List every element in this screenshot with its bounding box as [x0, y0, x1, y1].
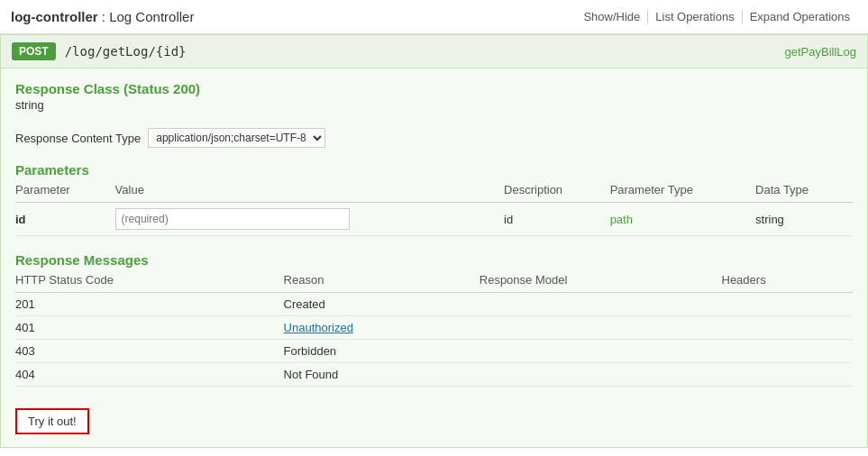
- content-type-select[interactable]: application/json;charset=UTF-8: [148, 128, 325, 148]
- page-wrapper: log-controller : Log Controller Show/Hid…: [0, 0, 868, 456]
- response-messages-title: Response Messages: [15, 252, 853, 268]
- param-name: id: [15, 213, 26, 226]
- response-headers: [722, 316, 854, 340]
- parameters-title: Parameters: [15, 162, 853, 178]
- response-headers: [722, 363, 854, 387]
- params-col-parameter: Parameter: [15, 179, 115, 203]
- param-description: id: [504, 203, 610, 236]
- list-operations-link[interactable]: List Operations: [648, 10, 742, 23]
- header-actions: Show/Hide List Operations Expand Operati…: [576, 10, 857, 23]
- param-data-type: string: [755, 213, 784, 226]
- table-row: 201 Created: [15, 293, 853, 316]
- controller-name-bold: log-controller: [11, 9, 98, 24]
- response-col-reason: Reason: [284, 269, 480, 293]
- response-col-headers: Headers: [722, 269, 854, 293]
- params-col-description: Description: [504, 179, 610, 203]
- response-class-section: Response Class (Status 200) string: [15, 81, 853, 112]
- method-badge: POST: [12, 42, 56, 60]
- table-row: 403 Forbidden: [15, 340, 853, 363]
- response-headers: [722, 340, 854, 363]
- response-reason: Created: [284, 293, 480, 316]
- response-reason: Not Found: [284, 363, 480, 387]
- response-code: 404: [15, 363, 284, 387]
- table-row: 404 Not Found: [15, 363, 853, 387]
- response-model: [480, 293, 722, 316]
- params-col-type: Parameter Type: [610, 179, 755, 203]
- param-type: path: [610, 213, 633, 226]
- response-reason: Forbidden: [284, 340, 480, 363]
- response-messages-section: Response Messages HTTP Status Code Reaso…: [15, 252, 853, 387]
- table-row: 401 Unauthorized: [15, 316, 853, 340]
- response-code: 401: [15, 316, 284, 340]
- expand-operations-link[interactable]: Expand Operations: [743, 10, 857, 23]
- response-code: 403: [15, 340, 284, 363]
- params-header-row: Parameter Value Description Parameter Ty…: [15, 179, 853, 203]
- params-col-value: Value: [115, 179, 504, 203]
- controller-title: log-controller : Log Controller: [11, 9, 194, 24]
- response-model: [480, 363, 722, 387]
- parameters-section: Parameters Parameter Value Description P…: [15, 162, 853, 236]
- response-col-model: Response Model: [480, 269, 722, 293]
- operation-row: POST /log/getLog/{id} getPayBillLog: [1, 35, 867, 68]
- param-value-input[interactable]: [115, 208, 350, 230]
- response-headers: [722, 293, 854, 316]
- controller-name-rest: : Log Controller: [98, 9, 195, 24]
- response-reason: Unauthorized: [284, 316, 480, 340]
- response-model: [480, 316, 722, 340]
- response-model: [480, 340, 722, 363]
- try-it-out-button[interactable]: Try it out!: [15, 408, 89, 434]
- response-content-type-label: Response Content Type: [15, 132, 141, 145]
- response-reason-link[interactable]: Unauthorized: [284, 321, 353, 334]
- operation-nickname[interactable]: getPayBillLog: [785, 45, 857, 59]
- operation-block: POST /log/getLog/{id} getPayBillLog Resp…: [0, 34, 868, 448]
- response-messages-table: HTTP Status Code Reason Response Model H…: [15, 269, 853, 387]
- operation-left: POST /log/getLog/{id}: [12, 42, 187, 60]
- response-col-code: HTTP Status Code: [15, 269, 284, 293]
- table-row: id id path string: [15, 203, 853, 236]
- response-code: 201: [15, 293, 284, 316]
- response-class-type: string: [15, 98, 853, 112]
- response-content-type-row: Response Content Type application/json;c…: [15, 128, 853, 148]
- operation-path: /log/getLog/{id}: [65, 44, 187, 59]
- parameters-table: Parameter Value Description Parameter Ty…: [15, 179, 853, 236]
- params-col-datatype: Data Type: [755, 179, 853, 203]
- response-class-title: Response Class (Status 200): [15, 81, 853, 96]
- response-header-row: HTTP Status Code Reason Response Model H…: [15, 269, 853, 293]
- show-hide-link[interactable]: Show/Hide: [576, 10, 648, 23]
- controller-header: log-controller : Log Controller Show/Hid…: [0, 0, 868, 34]
- operation-content: Response Class (Status 200) string Respo…: [1, 68, 867, 447]
